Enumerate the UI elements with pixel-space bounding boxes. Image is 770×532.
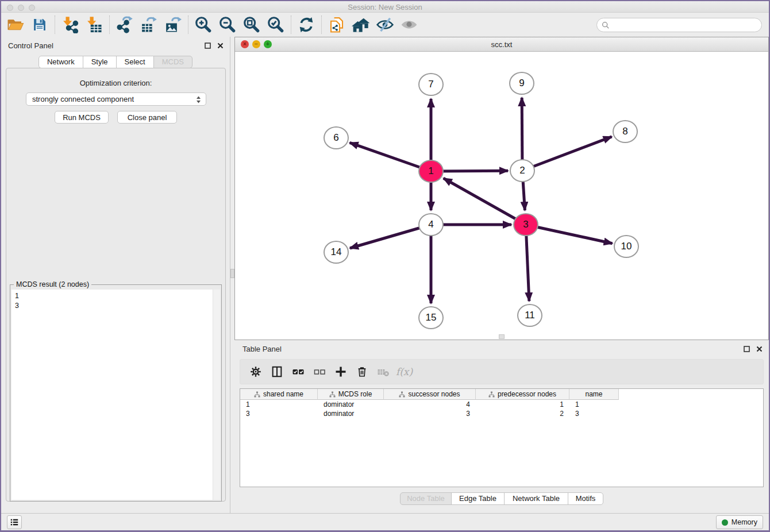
close-table-panel-button[interactable]: [755, 345, 763, 353]
network-canvas[interactable]: 7968124314101511: [235, 52, 768, 340]
cell-successor-nodes[interactable]: 4: [384, 400, 476, 408]
splitter-grip[interactable]: [230, 269, 234, 278]
optimization-criterion-label: Optimization criterion:: [6, 79, 225, 87]
tab-edge-table[interactable]: Edge Table: [451, 492, 505, 505]
zoom-in-icon: [194, 16, 213, 34]
cell-shared-name[interactable]: 3: [240, 410, 318, 418]
run-mcds-button[interactable]: Run MCDS: [55, 111, 109, 124]
gear-icon: [249, 365, 262, 378]
home-houses-icon: [352, 16, 370, 34]
vertical-splitter[interactable]: [230, 37, 234, 513]
network-splitter-grip[interactable]: [499, 334, 505, 339]
node-7[interactable]: 7: [418, 73, 444, 96]
split-panel-button[interactable]: [266, 361, 287, 382]
deselect-all-columns-button[interactable]: [309, 361, 330, 382]
memory-button[interactable]: Memory: [716, 515, 763, 529]
fx-icon: f(x): [396, 366, 413, 377]
result-scrollbar[interactable]: [213, 290, 220, 500]
table-settings-button[interactable]: [245, 361, 266, 382]
attribute-tree-icon: [254, 391, 260, 398]
show-all-button[interactable]: [397, 14, 421, 36]
zoom-selected-button[interactable]: [264, 14, 288, 36]
create-column-button[interactable]: [330, 361, 351, 382]
delete-table-button[interactable]: [372, 361, 394, 382]
select-all-columns-button[interactable]: [287, 361, 309, 382]
control-panel-header: Control Panel: [1, 37, 230, 54]
tab-style[interactable]: Style: [83, 56, 117, 68]
cell-predecessor-nodes[interactable]: 1: [476, 400, 569, 408]
cell-mcds-role[interactable]: dominator: [318, 400, 384, 408]
mcds-result-title: MCDS result (2 nodes): [14, 280, 91, 288]
column-header-successor-nodes[interactable]: successor nodes: [384, 389, 476, 400]
delete-column-button[interactable]: [351, 361, 372, 382]
import-table-button[interactable]: [82, 14, 106, 36]
home-button[interactable]: [349, 14, 373, 36]
cell-name[interactable]: 3: [569, 410, 619, 418]
export-image-button[interactable]: [161, 14, 185, 36]
node-10[interactable]: 10: [614, 235, 639, 258]
node-8[interactable]: 8: [613, 120, 638, 143]
float-panel-button[interactable]: [203, 41, 211, 49]
refresh-view-button[interactable]: [294, 14, 318, 36]
node-4[interactable]: 4: [418, 213, 444, 236]
control-panel: Control Panel NetworkStyleSelectMCDS Opt…: [1, 37, 230, 513]
column-header-predecessor-nodes[interactable]: predecessor nodes: [476, 389, 569, 400]
mcds-panel: Optimization criterion: strongly connect…: [6, 68, 226, 502]
open-session-button[interactable]: [3, 14, 28, 36]
export-table-button[interactable]: [137, 14, 161, 36]
column-header-mcds-role[interactable]: MCDS role: [318, 389, 384, 400]
application-window: Session: New Session: [1, 1, 769, 530]
export-network-button[interactable]: [113, 14, 137, 36]
mcds-result-area[interactable]: 1 3: [11, 290, 220, 500]
close-panel-button[interactable]: [216, 41, 224, 49]
attribute-tree-icon: [488, 391, 495, 398]
node-6[interactable]: 6: [324, 126, 349, 149]
zoom-fit-button[interactable]: [240, 14, 264, 36]
search-input[interactable]: [610, 21, 761, 29]
control-panel-title: Control Panel: [8, 41, 53, 50]
tab-motifs[interactable]: Motifs: [568, 492, 603, 505]
float-table-panel-button[interactable]: [742, 345, 750, 353]
column-header-name[interactable]: name: [569, 389, 619, 400]
zoom-in-button[interactable]: [191, 14, 215, 36]
edge-3-to-1[interactable]: [444, 178, 526, 225]
cell-successor-nodes[interactable]: 3: [384, 410, 476, 418]
close-panel-action-button[interactable]: Close panel: [117, 111, 177, 124]
column-header-shared-name[interactable]: shared name: [240, 389, 318, 400]
tab-mcds[interactable]: MCDS: [153, 56, 192, 68]
optimization-criterion-value: strongly connected component: [32, 95, 134, 103]
copy-network-button[interactable]: [325, 14, 349, 36]
optimization-criterion-select[interactable]: strongly connected component: [26, 92, 206, 106]
node-9[interactable]: 9: [509, 72, 534, 95]
node-2[interactable]: 2: [510, 159, 535, 182]
control-panel-tabs: NetworkStyleSelectMCDS: [1, 56, 230, 68]
search-field[interactable]: [596, 18, 762, 32]
table-row[interactable]: 1dominator411: [240, 400, 763, 409]
tab-node-table[interactable]: Node Table: [400, 492, 452, 505]
tab-select[interactable]: Select: [116, 56, 154, 68]
save-session-button[interactable]: [28, 14, 52, 36]
trash-icon: [356, 365, 368, 378]
task-history-button[interactable]: [7, 515, 22, 529]
tab-network-table[interactable]: Network Table: [504, 492, 568, 505]
import-network-button[interactable]: [58, 14, 82, 36]
app-titlebar: Session: New Session: [1, 1, 769, 13]
node-1[interactable]: 1: [418, 160, 444, 183]
node-14[interactable]: 14: [324, 241, 349, 264]
node-15[interactable]: 15: [418, 306, 444, 329]
column-header-label: shared name: [263, 390, 303, 398]
cell-predecessor-nodes[interactable]: 2: [476, 410, 569, 418]
cell-mcds-role[interactable]: dominator: [318, 410, 384, 418]
edge-3-to-10[interactable]: [526, 225, 613, 244]
node-3[interactable]: 3: [513, 213, 538, 236]
node-11[interactable]: 11: [517, 304, 542, 327]
table-row[interactable]: 3dominator323: [240, 409, 763, 418]
tab-network[interactable]: Network: [38, 56, 83, 68]
hide-selected-button[interactable]: [373, 14, 397, 36]
function-builder-button[interactable]: f(x): [394, 361, 415, 382]
edge-2-to-8[interactable]: [522, 137, 612, 171]
cell-shared-name[interactable]: 1: [240, 400, 318, 408]
zoom-out-button[interactable]: [215, 14, 240, 36]
cell-name[interactable]: 1: [569, 400, 619, 408]
node-table: shared nameMCDS rolesuccessor nodesprede…: [240, 388, 764, 487]
